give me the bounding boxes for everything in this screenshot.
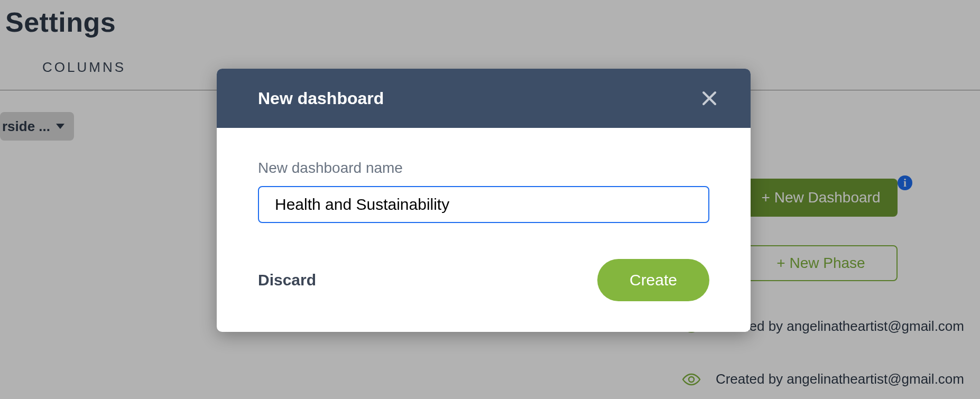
new-dashboard-modal: New dashboard New dashboard name Discard…: [217, 69, 751, 332]
discard-button[interactable]: Discard: [258, 271, 316, 289]
modal-header: New dashboard: [217, 69, 751, 128]
dashboard-name-label: New dashboard name: [258, 160, 709, 177]
dashboard-name-input[interactable]: [258, 186, 709, 223]
modal-title: New dashboard: [258, 89, 384, 108]
modal-body: New dashboard name Discard Create: [217, 128, 751, 332]
create-button[interactable]: Create: [597, 259, 709, 301]
modal-footer: Discard Create: [258, 259, 709, 301]
close-icon[interactable]: [700, 89, 719, 108]
